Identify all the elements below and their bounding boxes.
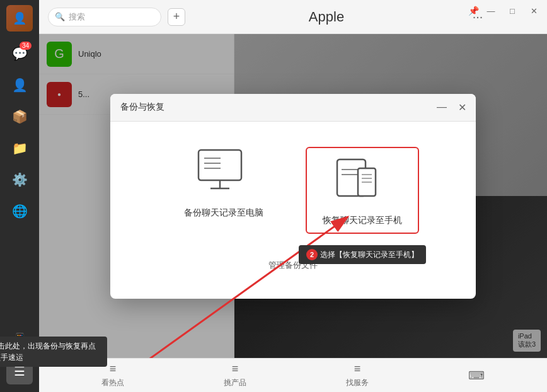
- bottombar-products[interactable]: ≡ 挑产品: [224, 362, 246, 388]
- modal-body: 备份聊天记录至电脑: [110, 122, 476, 299]
- maximize-button[interactable]: □: [503, 4, 522, 18]
- bottombar-services[interactable]: ≡ 找服务: [346, 362, 369, 388]
- backup-restore-modal: 备份与恢复 — ✕: [110, 94, 476, 299]
- search-placeholder: 搜索: [69, 11, 85, 23]
- keyboard-icon: ⌨: [468, 369, 485, 383]
- tooltip-1: 1点击此处，出现备份与恢复再点击它 顺手速运: [0, 337, 107, 367]
- services-label: 找服务: [346, 378, 369, 388]
- sidebar: 👤 💬 34 👤 📦 📁 ⚙️ 🌐 📱 ☰ 1点击此处，出现备份与恢复再点击它 …: [0, 0, 39, 392]
- avatar[interactable]: 👤: [6, 5, 33, 32]
- main-area: 🔍 搜索 + Apple 📌 — □ ✕ ··· G Uniqlo: [39, 0, 547, 392]
- contacts-icon: 👤: [12, 78, 28, 93]
- modal-close-button[interactable]: ✕: [454, 100, 469, 115]
- sidebar-item-messages[interactable]: 💬 34: [6, 40, 33, 67]
- content-area: G Uniqlo ● 5... iPad该款3 备份与恢: [39, 34, 547, 358]
- modal-options: 备份聊天记录至电脑: [129, 147, 457, 234]
- page-title: Apple: [309, 9, 344, 25]
- modal-header: 备份与恢复 — ✕: [110, 94, 476, 122]
- minimize-button[interactable]: —: [481, 4, 500, 18]
- bottombar: ≡ 看热点 ≡ 挑产品 ≡ 找服务 ⌨: [39, 358, 547, 392]
- search-box[interactable]: 🔍 搜索: [48, 8, 161, 26]
- products-icon: ≡: [232, 362, 239, 376]
- search-icon: 🔍: [55, 12, 65, 21]
- backup-to-pc-option[interactable]: 备份聊天记录至电脑: [167, 147, 280, 234]
- sidebar-item-contacts[interactable]: 👤: [6, 72, 33, 98]
- topbar: 🔍 搜索 + Apple 📌 — □ ✕ ···: [39, 0, 547, 34]
- sidebar-item-menu[interactable]: ☰ 1点击此处，出现备份与恢复再点击它 顺手速运: [6, 358, 33, 384]
- pin-icon[interactable]: 📌: [468, 6, 479, 16]
- sidebar-item-browser[interactable]: 🌐: [6, 198, 33, 224]
- messages-badge: 34: [20, 42, 32, 50]
- sidebar-item-files[interactable]: 📁: [6, 135, 33, 161]
- gear-icon: ⚙️: [12, 172, 28, 187]
- modal-minimize-button[interactable]: —: [434, 100, 449, 115]
- restore-to-phone-option[interactable]: 恢复聊天记录至手机 2选择【恢复聊天记录至手机】: [306, 147, 419, 234]
- svg-rect-0: [199, 150, 241, 180]
- hotspot-label: 看热点: [101, 378, 124, 388]
- phone-tablet-icon: [334, 154, 391, 205]
- modal-title: 备份与恢复: [120, 101, 164, 113]
- modal-overlay: 备份与恢复 — ✕: [39, 34, 547, 358]
- tooltip-2: 2选择【恢复聊天记录至手机】: [299, 245, 426, 264]
- monitor-icon: [195, 147, 252, 197]
- products-label: 挑产品: [224, 378, 246, 388]
- globe-icon: 🌐: [12, 204, 28, 219]
- sidebar-item-settings[interactable]: ⚙️: [6, 166, 33, 193]
- files-icon: 📁: [12, 141, 28, 156]
- sidebar-item-store[interactable]: 📦: [6, 103, 33, 130]
- hotspot-icon: ≡: [110, 362, 117, 376]
- bottombar-keyboard[interactable]: ⌨: [468, 369, 485, 383]
- add-button[interactable]: +: [168, 8, 185, 26]
- close-button[interactable]: ✕: [524, 4, 543, 18]
- backup-pc-label: 备份聊天记录至电脑: [184, 207, 263, 219]
- store-icon: 📦: [12, 109, 28, 124]
- services-icon: ≡: [354, 362, 361, 376]
- restore-phone-label: 恢复聊天记录至手机: [323, 215, 402, 226]
